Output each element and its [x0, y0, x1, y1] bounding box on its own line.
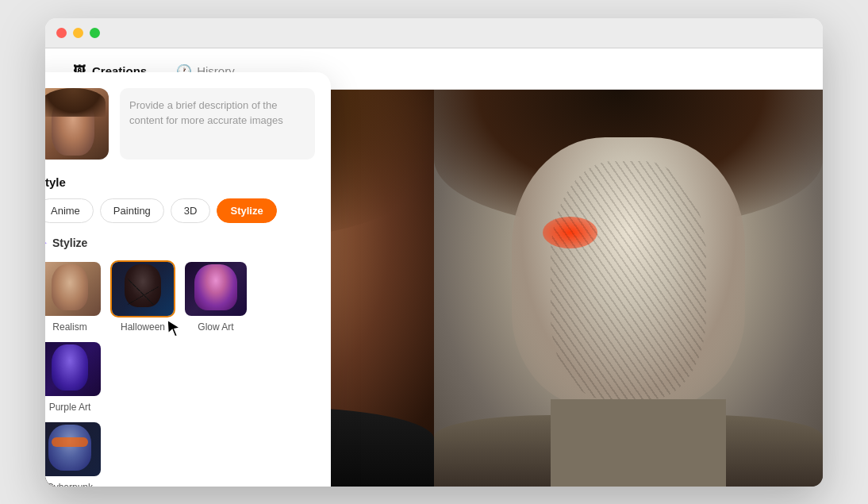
image-right — [434, 90, 823, 487]
style-grid-row1: Realism Halloween — [45, 260, 315, 413]
style-card-cyberpunk[interactable]: Cyberpunk — [45, 421, 102, 487]
style-card-realism[interactable]: Realism — [45, 260, 102, 333]
cyberpunk-preview — [45, 422, 101, 476]
zombie-face — [434, 90, 823, 487]
style-btn-painting[interactable]: Painting — [100, 198, 164, 223]
upload-area: Provide a brief description of the conte… — [45, 88, 315, 160]
style-section-label: Style — [45, 175, 315, 189]
avatar-upload[interactable] — [45, 88, 109, 160]
clothes-right — [434, 415, 823, 487]
purpleart-preview — [45, 342, 101, 396]
style-card-img-glowart — [183, 260, 248, 317]
halloween-label: Halloween — [121, 321, 165, 333]
browser-content: 🖼 Creations 🕐 Hisrory — [45, 48, 823, 487]
style-card-img-cyberpunk — [45, 421, 102, 478]
style-card-purpleart[interactable]: Purple Art — [45, 340, 102, 413]
stylize-icon: ✦ — [45, 236, 48, 251]
stylize-label: Stylize — [52, 237, 87, 249]
style-buttons: Anime Painting 3D Stylize — [45, 198, 315, 223]
description-area[interactable]: Provide a brief description of the conte… — [120, 88, 315, 160]
zombie-veins — [551, 161, 706, 399]
realism-label: Realism — [52, 321, 86, 333]
style-card-img-halloween — [110, 260, 175, 317]
cyberpunk-label: Cyberpunk — [47, 482, 93, 487]
glowart-label: Glow Art — [198, 321, 233, 333]
close-button[interactable] — [56, 28, 67, 38]
style-card-glowart[interactable]: Glow Art — [183, 260, 248, 333]
minimize-button[interactable] — [73, 28, 83, 38]
description-placeholder: Provide a brief description of the conte… — [129, 99, 283, 127]
style-btn-3d[interactable]: 3D — [171, 198, 211, 223]
realism-preview — [45, 262, 101, 316]
style-btn-anime[interactable]: Anime — [45, 198, 94, 223]
style-btn-stylize[interactable]: Stylize — [217, 198, 276, 223]
maximize-button[interactable] — [90, 28, 100, 38]
cursor-indicator — [166, 318, 182, 339]
titlebar — [45, 18, 823, 48]
stylize-header: ✦ Stylize — [45, 236, 315, 251]
style-card-halloween[interactable]: Halloween — [110, 260, 175, 333]
style-card-img-realism — [45, 260, 102, 317]
style-grid-row2: Cyberpunk — [45, 421, 315, 487]
browser-window: 🖼 Creations 🕐 Hisrory — [45, 18, 823, 487]
halloween-preview — [112, 262, 174, 316]
floating-panel: Provide a brief description of the conte… — [45, 72, 331, 487]
glowart-preview — [185, 262, 247, 316]
purpleart-label: Purple Art — [49, 402, 91, 413]
style-card-img-purpleart — [45, 340, 102, 398]
